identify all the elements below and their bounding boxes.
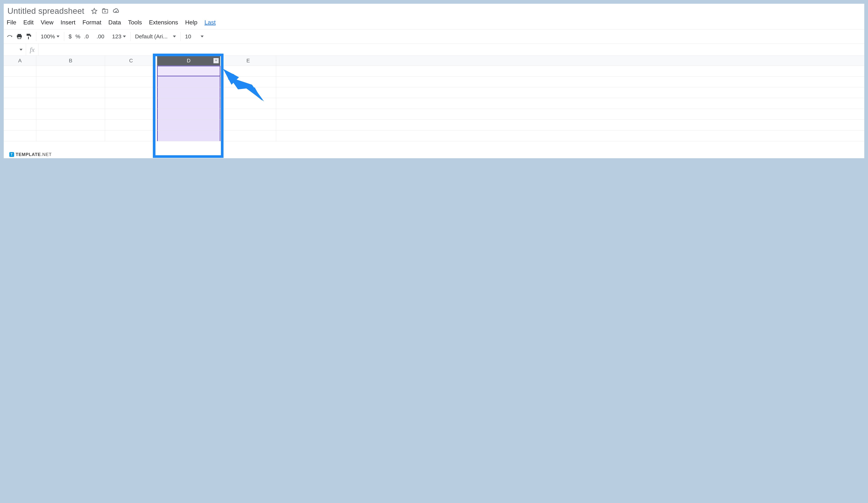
zoom-value: 100% (41, 33, 55, 40)
zoom-selector[interactable]: 100% (41, 33, 60, 40)
cell[interactable] (36, 77, 105, 87)
menu-extensions[interactable]: Extensions (149, 19, 178, 26)
star-icon[interactable] (91, 8, 97, 14)
document-title[interactable]: Untitled spreadsheet (8, 6, 84, 16)
svg-rect-3 (18, 37, 21, 39)
cell-selected[interactable] (157, 109, 220, 120)
cell[interactable] (105, 87, 157, 98)
cell[interactable] (36, 66, 105, 76)
title-icons (91, 8, 120, 14)
cell[interactable] (105, 77, 157, 87)
move-icon[interactable] (102, 8, 108, 14)
cell[interactable] (4, 131, 36, 141)
name-box[interactable] (4, 44, 26, 56)
number-format-selector[interactable]: 123 (112, 33, 126, 40)
cell[interactable] (4, 109, 36, 120)
table-row (4, 120, 864, 131)
paint-format-icon[interactable] (26, 33, 32, 39)
cell[interactable] (220, 66, 276, 76)
cell-selected[interactable] (157, 98, 220, 109)
font-family-selector[interactable]: Default (Ari... (135, 33, 176, 40)
cell[interactable] (4, 120, 36, 130)
menu-data[interactable]: Data (108, 19, 121, 26)
cell[interactable] (4, 87, 36, 98)
increase-decimal-button[interactable]: .00 (96, 33, 108, 40)
font-family-value: Default (Ari... (135, 33, 167, 40)
cell-selected[interactable] (157, 66, 220, 76)
menu-last-edit[interactable]: Last (205, 19, 216, 26)
toolbar: 100% $ % .0 .00 123 Default (Ari... 10 (4, 29, 864, 44)
column-header-D-label: D (187, 58, 190, 64)
menu-edit[interactable]: Edit (23, 19, 34, 26)
dropdown-icon (20, 49, 22, 51)
table-row (4, 131, 864, 141)
cell[interactable] (220, 120, 276, 130)
grid-rows (4, 66, 864, 141)
column-header-C[interactable]: C (105, 56, 157, 66)
cell[interactable] (4, 98, 36, 109)
format-currency-button[interactable]: $ (69, 33, 72, 40)
column-header-D[interactable]: D (157, 56, 220, 66)
cell[interactable] (105, 120, 157, 130)
cell[interactable] (105, 131, 157, 141)
cell[interactable] (36, 98, 105, 109)
cell[interactable] (220, 109, 276, 120)
menu-bar: File Edit View Insert Format Data Tools … (4, 17, 864, 29)
cell[interactable] (220, 77, 276, 87)
format-percent-button[interactable]: % (75, 33, 80, 40)
cell[interactable] (36, 131, 105, 141)
dropdown-icon (56, 36, 60, 38)
print-icon[interactable] (17, 34, 22, 39)
cell[interactable] (220, 131, 276, 141)
title-bar: Untitled spreadsheet (4, 4, 864, 17)
table-row (4, 77, 864, 87)
redo-icon[interactable] (7, 34, 13, 39)
app-window: Untitled spreadsheet File Edit View Inse… (4, 4, 864, 158)
cell-selected[interactable] (157, 77, 220, 87)
cell[interactable] (220, 87, 276, 98)
watermark-suffix: .NET (41, 152, 52, 157)
cell[interactable] (220, 98, 276, 109)
formula-bar: fx (4, 44, 864, 56)
watermark-badge: T (9, 152, 14, 157)
menu-insert[interactable]: Insert (60, 19, 75, 26)
cell[interactable] (36, 120, 105, 130)
menu-view[interactable]: View (41, 19, 53, 26)
table-row (4, 98, 864, 109)
watermark: T TEMPLATE.NET (9, 152, 52, 157)
dropdown-icon (200, 36, 204, 38)
cell[interactable] (4, 66, 36, 76)
formula-input[interactable] (39, 44, 864, 56)
menu-help[interactable]: Help (185, 19, 197, 26)
cell[interactable] (105, 109, 157, 120)
cell[interactable] (36, 109, 105, 120)
svg-rect-4 (27, 34, 30, 36)
spreadsheet-grid: A B C D E (4, 56, 864, 141)
menu-file[interactable]: File (7, 19, 17, 26)
fx-label: fx (26, 44, 39, 56)
column-menu-dropdown-icon[interactable] (214, 58, 219, 63)
cell-selected[interactable] (157, 120, 220, 130)
dropdown-icon (123, 36, 126, 38)
column-header-B[interactable]: B (36, 56, 105, 66)
toolbar-separator (130, 32, 131, 41)
svg-rect-1 (18, 34, 21, 36)
decrease-decimal-button[interactable]: .0 (84, 33, 93, 40)
cell-selected[interactable] (157, 131, 220, 141)
table-row (4, 109, 864, 120)
cell-selected[interactable] (157, 87, 220, 98)
cloud-status-icon[interactable] (113, 8, 120, 14)
cell[interactable] (105, 66, 157, 76)
cell[interactable] (4, 77, 36, 87)
column-header-E[interactable]: E (220, 56, 276, 66)
dropdown-icon (173, 36, 176, 38)
column-header-A[interactable]: A (4, 56, 36, 66)
menu-format[interactable]: Format (83, 19, 101, 26)
font-size-value: 10 (185, 33, 191, 40)
cell[interactable] (105, 98, 157, 109)
table-row (4, 87, 864, 98)
menu-tools[interactable]: Tools (128, 19, 142, 26)
font-size-selector[interactable]: 10 (185, 33, 204, 40)
watermark-brand: TEMPLATE (16, 152, 41, 157)
cell[interactable] (36, 87, 105, 98)
